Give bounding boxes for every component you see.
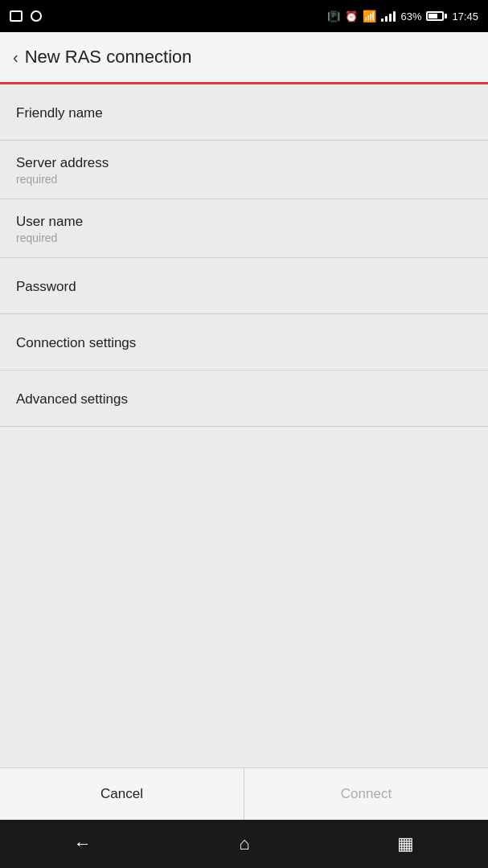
connect-button[interactable]: Connect [244,768,488,820]
battery-percentage: 63% [400,10,421,23]
form-row-connection-settings[interactable]: Connection settings [0,314,488,371]
battery-icon [426,11,447,21]
form-row-user-name[interactable]: User name required [0,199,488,258]
nav-back-button[interactable]: ← [74,833,92,854]
form-row-friendly-name[interactable]: Friendly name [0,84,488,141]
nav-bar: ← ⌂ ▦ [0,820,488,868]
form-row-server-address[interactable]: Server address required [0,141,488,199]
server-address-sublabel: required [16,173,472,186]
status-bar: 📳 ⏰ 📶 63% 17:45 [0,0,488,32]
user-name-label: User name [16,214,472,230]
content-spacer [0,427,488,768]
form-row-password[interactable]: Password [0,258,488,314]
page-title: New RAS connection [25,47,192,68]
camera-icon [31,10,42,22]
friendly-name-label: Friendly name [16,105,472,121]
wifi-icon: 📶 [363,10,376,23]
server-address-label: Server address [16,155,472,171]
cancel-button[interactable]: Cancel [0,768,244,820]
nav-home-button[interactable]: ⌂ [239,833,249,854]
connection-settings-label: Connection settings [16,335,472,351]
password-label: Password [16,279,472,295]
signal-icon [381,10,396,22]
nav-recents-button[interactable]: ▦ [397,833,414,854]
vibrate-icon: 📳 [327,10,340,23]
alarm-icon: ⏰ [345,10,358,23]
back-button[interactable]: ‹ [13,48,18,67]
content-area: Friendly name Server address required Us… [0,84,488,768]
bottom-buttons: Cancel Connect [0,768,488,820]
status-bar-right-icons: 📳 ⏰ 📶 63% 17:45 [327,10,478,23]
top-bar: ‹ New RAS connection [0,32,488,84]
user-name-sublabel: required [16,231,472,244]
window-icon [10,10,23,22]
status-bar-left-icons [10,10,42,22]
form-row-advanced-settings[interactable]: Advanced settings [0,371,488,427]
advanced-settings-label: Advanced settings [16,391,472,407]
time-display: 17:45 [452,10,478,23]
